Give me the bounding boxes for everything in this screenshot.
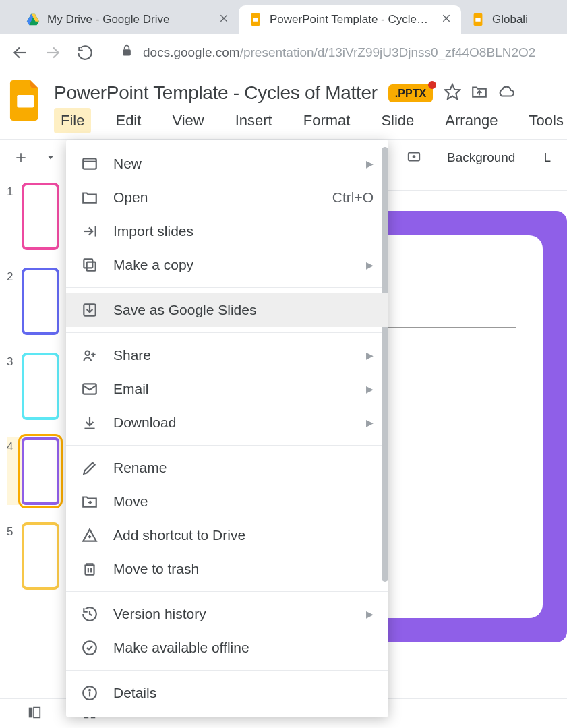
- svg-marker-19: [49, 156, 53, 160]
- menu-view[interactable]: View: [165, 108, 210, 133]
- doc-header: PowerPoint Template - Cycles of Matter .…: [0, 71, 567, 133]
- copy-icon: [81, 256, 98, 274]
- svg-point-49: [83, 641, 96, 655]
- background-button[interactable]: Background: [440, 148, 522, 168]
- file-menu-open[interactable]: OpenCtrl+O: [66, 181, 388, 214]
- submenu-arrow-icon: ▶: [366, 260, 374, 270]
- shortcut-icon: [81, 526, 98, 544]
- rename-icon: [81, 459, 98, 477]
- layout-button[interactable]: L: [537, 148, 558, 168]
- thumbnail-row[interactable]: 5: [7, 522, 61, 590]
- thumbnail-row[interactable]: 2: [7, 268, 61, 335]
- menu-item-label: Open: [113, 189, 148, 206]
- new-slide-button[interactable]: [9, 146, 32, 169]
- menu-item-label: Details: [113, 685, 156, 701]
- move-to-drive-icon[interactable]: [471, 83, 488, 103]
- thumbnail-row[interactable]: 1: [7, 183, 61, 250]
- svg-rect-30: [83, 158, 96, 169]
- drive-icon: [26, 12, 40, 27]
- file-menu-make-available-offline[interactable]: Make available offline: [66, 631, 388, 665]
- window-icon: [81, 155, 98, 173]
- file-menu-version-history[interactable]: Version history▶: [66, 597, 388, 631]
- menu-format[interactable]: Format: [297, 108, 357, 133]
- menu-bar: File Edit View Insert Format Slide Arran…: [54, 108, 567, 133]
- url-path: /presentation/d/13iVrZ99jU3Djnss0_zf44O8…: [240, 45, 536, 59]
- close-icon[interactable]: [218, 13, 229, 27]
- pptx-badge[interactable]: .PPTX: [388, 84, 433, 102]
- menu-item-label: Move: [113, 493, 148, 510]
- download-icon: [81, 414, 98, 431]
- reload-button[interactable]: [74, 42, 96, 63]
- menu-insert[interactable]: Insert: [229, 108, 279, 133]
- address-bar: docs.google.com/presentation/d/13iVrZ99j…: [0, 34, 567, 71]
- menu-item-label: Download: [113, 415, 176, 431]
- add-comment-icon[interactable]: [402, 146, 425, 169]
- browser-tab-title: Globali: [492, 13, 539, 26]
- menu-divider: [66, 591, 388, 592]
- url-bar[interactable]: docs.google.com/presentation/d/13iVrZ99j…: [120, 44, 535, 61]
- filmstrip-icon[interactable]: [27, 705, 42, 723]
- file-menu-details[interactable]: Details: [66, 676, 388, 710]
- back-button[interactable]: [9, 42, 31, 63]
- thumbnail-row[interactable]: 4: [7, 437, 61, 505]
- menu-slide[interactable]: Slide: [374, 108, 421, 133]
- menu-item-label: Rename: [113, 460, 167, 476]
- svg-rect-14: [17, 95, 34, 107]
- new-slide-dropdown[interactable]: [39, 146, 62, 169]
- file-menu: New▶OpenCtrl+OImport slidesMake a copy▶S…: [66, 140, 388, 717]
- browser-tab[interactable]: My Drive - Google Drive: [16, 5, 239, 34]
- menu-item-label: New: [113, 156, 142, 172]
- svg-rect-34: [87, 262, 96, 271]
- folder-icon: [81, 189, 98, 206]
- file-menu-move[interactable]: Move: [66, 485, 388, 518]
- svg-marker-15: [445, 84, 460, 99]
- menu-item-label: Version history: [113, 606, 206, 622]
- thumbnail-row[interactable]: 3: [7, 353, 61, 420]
- doc-title[interactable]: PowerPoint Template - Cycles of Matter: [54, 82, 378, 104]
- slides-icon: [248, 12, 263, 27]
- browser-tab[interactable]: Globali: [461, 5, 549, 34]
- cloud-icon[interactable]: [498, 83, 515, 103]
- file-menu-save-as-google-slides[interactable]: Save as Google Slides: [66, 293, 388, 327]
- menu-item-label: Save as Google Slides: [113, 302, 256, 318]
- browser-tabs-bar: My Drive - Google Drive PowerPoint Templ…: [0, 0, 567, 34]
- star-icon[interactable]: [444, 83, 461, 103]
- forward-button[interactable]: [42, 42, 63, 63]
- file-menu-move-to-trash[interactable]: Move to trash: [66, 552, 388, 586]
- browser-tab[interactable]: PowerPoint Template - Cycles of: [239, 5, 461, 34]
- file-menu-make-a-copy[interactable]: Make a copy▶: [66, 248, 388, 282]
- file-menu-new[interactable]: New▶: [66, 147, 388, 181]
- menu-tools[interactable]: Tools: [523, 108, 567, 133]
- file-menu-share[interactable]: Share▶: [66, 338, 388, 372]
- svg-point-38: [86, 351, 90, 356]
- slide-thumbnails: 1 2 3 4 5: [0, 176, 67, 723]
- file-menu-email[interactable]: Email▶: [66, 372, 388, 406]
- app-slides-icon[interactable]: [9, 82, 42, 119]
- menu-file[interactable]: File: [54, 108, 91, 133]
- url-host: docs.google.com: [143, 45, 240, 59]
- share-icon: [81, 346, 98, 364]
- close-icon[interactable]: [441, 13, 452, 27]
- shortcut-label: Ctrl+O: [332, 189, 374, 206]
- history-icon: [81, 605, 98, 623]
- offline-icon: [81, 639, 98, 657]
- file-menu-download[interactable]: Download▶: [66, 406, 388, 439]
- menu-item-label: Add shortcut to Drive: [113, 527, 245, 543]
- svg-point-52: [89, 690, 90, 691]
- menu-divider: [66, 670, 388, 671]
- menu-edit[interactable]: Edit: [109, 108, 148, 133]
- submenu-arrow-icon: ▶: [366, 417, 374, 428]
- lock-icon: [120, 44, 133, 61]
- info-icon: [81, 684, 98, 702]
- file-menu-add-shortcut-to-drive[interactable]: Add shortcut to Drive: [66, 518, 388, 552]
- menu-item-label: Email: [113, 381, 149, 397]
- svg-rect-10: [475, 18, 480, 22]
- browser-tab-title: My Drive - Google Drive: [47, 13, 208, 26]
- menu-divider: [66, 332, 388, 333]
- file-menu-rename[interactable]: Rename: [66, 451, 388, 485]
- browser-tab-title: PowerPoint Template - Cycles of: [270, 13, 430, 26]
- trash-icon: [81, 560, 98, 578]
- submenu-arrow-icon: ▶: [366, 158, 374, 169]
- file-menu-import-slides[interactable]: Import slides: [66, 214, 388, 248]
- menu-arrange[interactable]: Arrange: [438, 108, 504, 133]
